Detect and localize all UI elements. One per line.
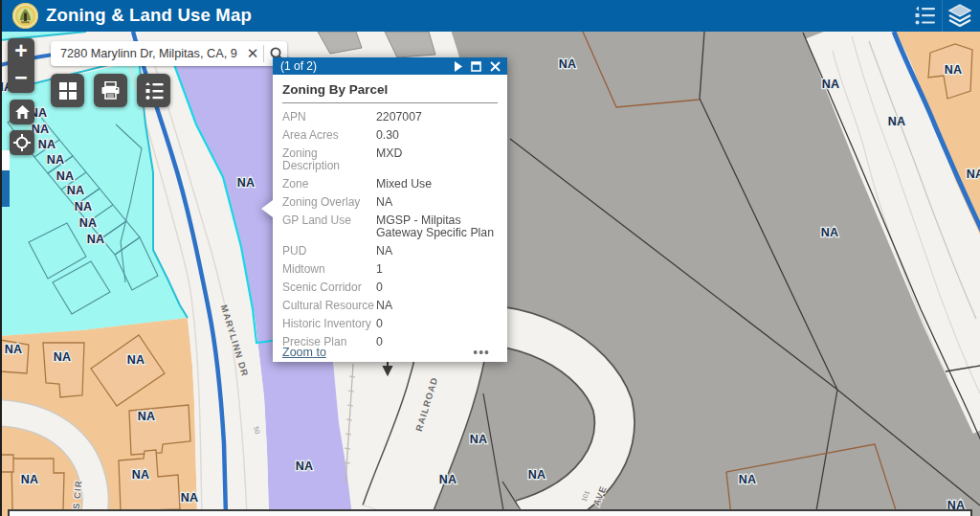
legend-list-icon[interactable] bbox=[911, 4, 940, 28]
parcel-label: NA bbox=[5, 343, 23, 356]
popup-attribute-table: APN2207007Area Acres0.30Zoning Descripti… bbox=[273, 111, 507, 348]
popup-more-icon[interactable]: ••• bbox=[473, 345, 490, 360]
header-bar: Zoning & Land Use Map bbox=[0, 0, 980, 32]
parcel-label: NA bbox=[56, 169, 75, 183]
popup-attribute-row: Historic Inventory0 bbox=[273, 318, 507, 330]
attribute-label: PUD bbox=[282, 245, 376, 258]
side-panel-sliver-blue[interactable] bbox=[2, 170, 10, 207]
popup-footer: Zoom to bbox=[273, 346, 507, 359]
attribute-label: Cultural Resource bbox=[282, 300, 376, 312]
attribute-value: 1 bbox=[376, 263, 383, 276]
popup-feature-count: (1 of 2) bbox=[280, 59, 317, 73]
popup-body: Zoning By Parcel APN2207007Area Acres0.3… bbox=[273, 75, 507, 362]
search-divider bbox=[263, 45, 264, 62]
popup-attribute-row: Cultural ResourceNA bbox=[273, 300, 507, 312]
attribute-value: 0.30 bbox=[376, 129, 399, 142]
attribute-value: MGSP - Milpitas Gateway Specific Plan bbox=[376, 214, 500, 240]
zoom-in-button[interactable]: + bbox=[8, 38, 34, 65]
feature-popup: (1 of 2) Zoning By Parcel APN2207007Area… bbox=[273, 57, 507, 362]
zoom-control: + − bbox=[8, 38, 34, 93]
parcel-label: NA bbox=[87, 233, 105, 246]
popup-layer-title: Zoning By Parcel bbox=[282, 82, 498, 97]
attribute-label: Historic Inventory bbox=[282, 318, 376, 330]
parcel-label: NA bbox=[138, 410, 156, 423]
attribute-value: MXD bbox=[376, 147, 402, 173]
parcel-label: NA bbox=[75, 200, 93, 213]
attribute-value: 2207007 bbox=[376, 111, 422, 123]
popup-attribute-row: Zoning DescriptionMXD bbox=[273, 147, 507, 173]
layers-icon[interactable] bbox=[946, 4, 974, 28]
my-location-button[interactable] bbox=[10, 130, 34, 155]
popup-titlebar: (1 of 2) bbox=[273, 57, 507, 75]
popup-attribute-row: GP Land UseMGSP - Milpitas Gateway Speci… bbox=[273, 214, 507, 240]
search-input[interactable] bbox=[60, 47, 244, 60]
app-title: Zoning & Land Use Map bbox=[46, 5, 252, 26]
popup-attribute-row: Midtown1 bbox=[273, 263, 507, 276]
parcel-label: NA bbox=[821, 226, 839, 239]
popup-close-icon[interactable] bbox=[490, 57, 501, 75]
basemap-gallery-button[interactable] bbox=[51, 74, 84, 107]
attribute-label: GP Land Use bbox=[282, 214, 376, 240]
attribute-label: Zone bbox=[282, 178, 376, 191]
bottom-panel-edge[interactable] bbox=[8, 509, 972, 516]
attribute-label: APN bbox=[282, 111, 376, 123]
parcel-label: NA bbox=[822, 78, 840, 91]
attribute-label: Zoning Overlay bbox=[282, 196, 376, 209]
attribute-label: Midtown bbox=[282, 263, 376, 276]
parcel-label: NA bbox=[21, 473, 39, 486]
city-seal-logo bbox=[12, 3, 38, 29]
popup-attribute-row: ZoneMixed Use bbox=[273, 178, 507, 191]
legend-icon bbox=[144, 81, 165, 101]
crosshair-icon bbox=[13, 134, 31, 151]
popup-pointer bbox=[261, 200, 273, 217]
popup-next-icon[interactable] bbox=[454, 57, 462, 75]
popup-divider bbox=[282, 102, 498, 103]
search-clear-icon[interactable]: ✕ bbox=[244, 45, 261, 62]
home-icon bbox=[14, 104, 31, 120]
popup-maximize-icon[interactable] bbox=[471, 57, 481, 75]
popup-attribute-row: Scenic Corridor0 bbox=[273, 281, 507, 294]
home-button[interactable] bbox=[10, 100, 34, 124]
attribute-label: Scenic Corridor bbox=[282, 281, 376, 294]
popup-attribute-row: APN2207007 bbox=[273, 111, 507, 123]
popup-attribute-row: Area Acres0.30 bbox=[273, 129, 507, 142]
side-panel-sliver-white bbox=[2, 150, 10, 170]
parcel-label: NA bbox=[739, 473, 757, 486]
header-divider bbox=[942, 0, 943, 32]
parcel-label: NA bbox=[470, 433, 488, 446]
parcel-label: NA bbox=[888, 115, 906, 128]
parcel-label: NA bbox=[439, 473, 457, 486]
parcel-label: NA bbox=[237, 176, 256, 190]
attribute-label: Area Acres bbox=[282, 129, 376, 142]
parcel-label: NA bbox=[296, 460, 314, 473]
parcel-label: NA bbox=[528, 468, 546, 482]
print-button[interactable] bbox=[94, 74, 127, 107]
parcel-label: NA bbox=[79, 216, 98, 230]
zoom-out-button[interactable]: − bbox=[8, 65, 34, 92]
legend-button[interactable] bbox=[137, 74, 170, 107]
map-application: NANANANANANANANANANANANANANANANANANANANA… bbox=[0, 0, 980, 516]
attribute-value: NA bbox=[376, 245, 392, 258]
popup-attribute-row: PUDNA bbox=[273, 245, 507, 258]
parcel-label: NA bbox=[38, 138, 56, 151]
printer-icon bbox=[100, 81, 121, 100]
parcel-label: NA bbox=[127, 353, 145, 367]
attribute-label: Zoning Description bbox=[282, 147, 376, 173]
parcel-label: NA bbox=[132, 468, 150, 482]
attribute-value: 0 bbox=[376, 318, 383, 330]
parcel-label: NA bbox=[967, 168, 980, 181]
parcel-label: NA bbox=[945, 63, 963, 77]
attribute-value: NA bbox=[376, 300, 392, 312]
zoom-to-link[interactable]: Zoom to bbox=[282, 346, 326, 359]
attribute-value: Mixed Use bbox=[376, 178, 432, 191]
attribute-value: 0 bbox=[376, 281, 383, 294]
parcel-label: NA bbox=[54, 350, 72, 364]
parcel-label: NA bbox=[67, 184, 85, 197]
left-edge-strip bbox=[0, 0, 2, 516]
attribute-value: NA bbox=[376, 196, 392, 209]
parcel-label: NA bbox=[181, 491, 199, 505]
popup-attribute-row: Zoning OverlayNA bbox=[273, 196, 507, 209]
parcel-label: NA bbox=[47, 153, 65, 167]
search-box: ✕ bbox=[51, 41, 287, 66]
parcel-label: NA bbox=[559, 57, 577, 71]
